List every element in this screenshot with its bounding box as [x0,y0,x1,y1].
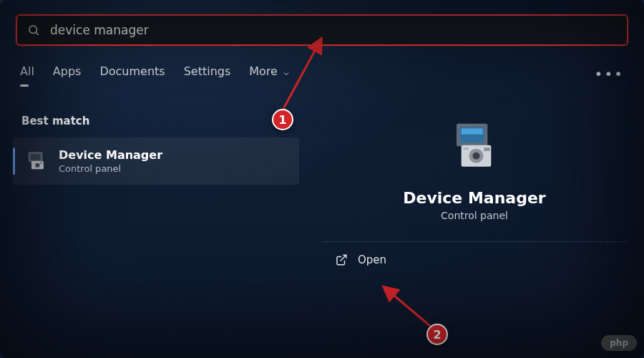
search-result-device-manager[interactable]: Device Manager Control panel [13,137,299,185]
annotation-arrow-2 [379,284,436,329]
open-external-icon [335,253,348,266]
search-icon [27,24,40,37]
svg-rect-15 [464,147,469,150]
open-action[interactable]: Open [322,253,627,266]
annotation-callout-2: 2 [426,324,448,345]
svg-line-1 [36,32,38,34]
watermark: php [601,335,637,351]
chevron-down-icon [282,67,291,76]
svg-point-13 [473,153,480,160]
svg-point-0 [29,26,37,34]
result-subtitle: Control panel [59,163,162,174]
section-heading: Best match [21,115,89,127]
device-manager-icon [24,149,49,173]
tab-documents[interactable]: Documents [99,64,165,82]
search-input[interactable] [50,23,617,37]
tab-label: All [20,64,34,78]
open-label: Open [358,253,386,266]
tab-apps[interactable]: Apps [53,64,82,82]
tab-label: Settings [184,64,231,78]
annotation-callout-1: 1 [272,109,293,130]
tab-settings[interactable]: Settings [184,64,231,82]
overflow-menu-button[interactable]: ••• [595,65,624,82]
result-details-panel: Device Manager Control panel Open [322,115,627,266]
svg-rect-7 [40,162,43,163]
tab-all[interactable]: All [20,64,34,82]
details-subtitle: Control panel [441,210,508,221]
search-bar[interactable] [16,14,628,46]
tab-label: Documents [99,64,165,78]
watermark-text: php [610,338,628,348]
svg-point-6 [36,164,39,167]
details-title: Device Manager [403,189,545,207]
svg-line-18 [385,288,431,326]
svg-rect-14 [484,147,489,151]
device-manager-large-icon [446,119,503,176]
svg-line-16 [341,255,346,261]
divider [322,241,627,242]
tab-more[interactable]: More [249,64,291,82]
callout-number: 2 [433,328,441,342]
svg-rect-3 [31,154,41,160]
svg-rect-10 [462,128,483,134]
tab-label: Apps [53,64,82,78]
tab-label: More [249,64,278,78]
result-text: Device Manager Control panel [59,148,162,174]
filter-tabs: All Apps Documents Settings More ••• [20,64,624,82]
result-title: Device Manager [59,148,162,162]
callout-number: 1 [278,113,286,127]
